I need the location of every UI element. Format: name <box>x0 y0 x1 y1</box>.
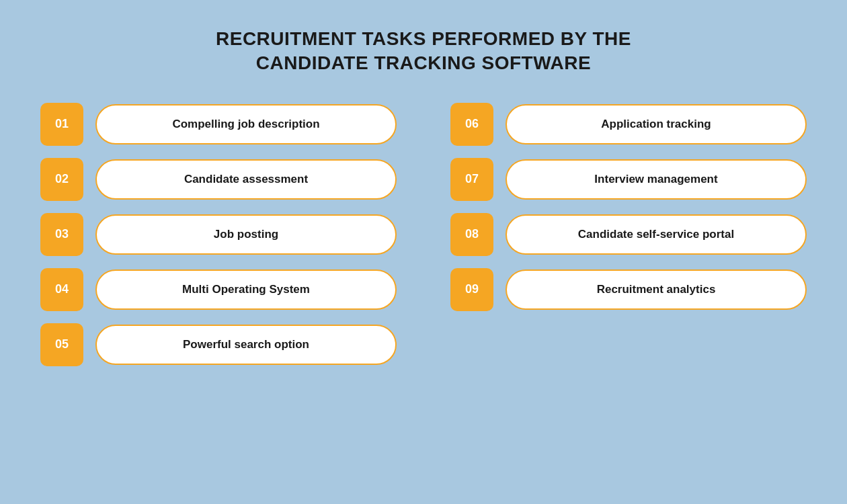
item-label: Multi Operating System <box>182 283 310 296</box>
label-box: Candidate self-service portal <box>506 214 807 255</box>
number-badge: 01 <box>40 103 83 146</box>
number-badge: 03 <box>40 213 83 256</box>
list-item: 03Job posting <box>40 213 397 256</box>
list-item: 02Candidate assessment <box>40 158 397 201</box>
label-box: Job posting <box>95 214 397 255</box>
page-title: RECRUITMENT TASKS PERFORMED BY THE CANDI… <box>216 27 631 76</box>
number-badge: 02 <box>40 158 83 201</box>
list-item: 09Recruitment analytics <box>450 268 807 311</box>
list-item: 07Interview management <box>450 158 807 201</box>
items-grid: 01Compelling job description06Applicatio… <box>40 103 807 366</box>
item-label: Job posting <box>214 228 278 241</box>
list-item: 06Application tracking <box>450 103 807 146</box>
number-badge: 05 <box>40 323 83 366</box>
label-box: Powerful search option <box>95 325 397 365</box>
list-item: 08Candidate self-service portal <box>450 213 807 256</box>
item-label: Candidate self-service portal <box>578 228 734 241</box>
list-item: 01Compelling job description <box>40 103 397 146</box>
item-label: Powerful search option <box>183 338 309 351</box>
list-item: 04Multi Operating System <box>40 268 397 311</box>
number-badge: 09 <box>450 268 493 311</box>
label-box: Recruitment analytics <box>506 269 807 310</box>
number-badge: 06 <box>450 103 493 146</box>
item-label: Candidate assessment <box>184 173 308 186</box>
label-box: Application tracking <box>506 104 807 144</box>
number-badge: 04 <box>40 268 83 311</box>
label-box: Candidate assessment <box>95 159 397 200</box>
list-item: 05Powerful search option <box>40 323 397 366</box>
label-box: Compelling job description <box>95 104 397 144</box>
item-label: Recruitment analytics <box>597 283 716 296</box>
number-badge: 08 <box>450 213 493 256</box>
number-badge: 07 <box>450 158 493 201</box>
label-box: Multi Operating System <box>95 269 397 310</box>
item-label: Compelling job description <box>172 118 319 131</box>
item-label: Interview management <box>594 173 717 186</box>
label-box: Interview management <box>506 159 807 200</box>
item-label: Application tracking <box>601 118 711 131</box>
